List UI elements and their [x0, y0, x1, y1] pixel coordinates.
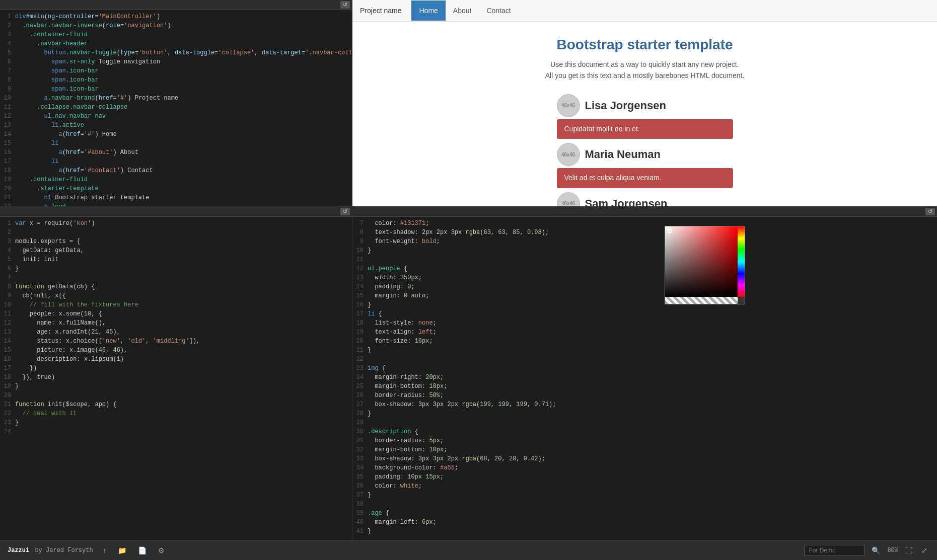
code-line: 23img { [352, 364, 937, 373]
code-line: 24 margin-right: 20px; [352, 373, 937, 382]
search-icon[interactable]: 🔍 [870, 545, 882, 555]
bottom-right-editor: ↺ 7 color: #131371; 8 text-shadow: 2px 2… [352, 206, 937, 540]
code-line: 6 span.sr-only Toggle navigation [0, 57, 352, 66]
code-content-top: 1div#main(ng-controller='MainController'… [0, 10, 352, 206]
code-line: 22 [352, 355, 937, 364]
code-line: 18 list-style: none; [352, 318, 937, 328]
code-line: 4 .navbar-header [0, 39, 352, 48]
search-input[interactable] [804, 545, 864, 556]
code-line: 41} [352, 527, 937, 536]
person-name: Lisa Jorgensen [585, 99, 666, 112]
code-line: 9 cb(null, x({ [0, 291, 352, 300]
code-line: 10 a.navbar-brand(href='#') Project name [0, 94, 352, 103]
code-line: 18 a(href='#contact') Contact [0, 166, 352, 175]
code-line: 12ul.people { [352, 264, 937, 273]
person-item-maria: 46x46 Maria Neuman Velit ad et culpa ali… [557, 143, 733, 188]
preview-navbar: Project name Home About Contact [352, 0, 937, 22]
person-description: Velit ad et culpa aliqua veniam. [557, 168, 733, 188]
code-line: 7 [0, 273, 352, 282]
code-line: 3 .container-fluid [0, 30, 352, 39]
code-line: 29 [352, 418, 937, 427]
code-line: 10} [352, 246, 937, 255]
code-line: 12 ul.nav.navbar-nav [0, 112, 352, 121]
nav-item-home[interactable]: Home [411, 1, 445, 21]
color-picker-hue[interactable] [738, 226, 745, 297]
code-line: 8function getData(cb) { [0, 282, 352, 291]
code-line: 20 .starter-template [0, 184, 352, 193]
fullscreen-icon[interactable]: ⤢ [919, 545, 929, 555]
expand-icon[interactable]: ⛶ [903, 545, 914, 555]
code-line: 9 span.icon-bar [0, 85, 352, 94]
code-line: 27 box-shadow: 3px 3px 2px rgba(199, 199… [352, 400, 937, 409]
people-list: 46x46 Lisa Jorgensen Cupidatat mollit do… [557, 94, 733, 206]
preview-content: Bootstrap starter template Use this docu… [352, 22, 937, 206]
file-icon[interactable]: 📄 [136, 545, 149, 555]
upload-icon[interactable]: ↑ [101, 545, 108, 555]
code-line: 20 font-size: 16px; [352, 337, 937, 346]
code-line: 25 margin-bottom: 10px; [352, 382, 937, 391]
code-line: 3module.exports = { [0, 237, 352, 246]
code-line: 17 }) [0, 364, 352, 373]
code-line: 21} [352, 346, 937, 355]
code-line: 26 border-radius: 50%; [352, 391, 937, 400]
preview-pane: Project name Home About Contact Bootstra… [352, 0, 937, 206]
code-line: 21function init($scope, app) { [0, 400, 352, 409]
nav-item-contact[interactable]: Contact [479, 1, 518, 21]
status-brand: Jazzui by Jared Forsyth [8, 547, 93, 554]
refresh-button-bottom[interactable]: ↺ [340, 208, 350, 215]
color-picker-gradient[interactable] [665, 226, 738, 297]
person-name: Maria Neuman [585, 148, 661, 161]
code-line: 14 status: x.choice(['new', 'old', 'midd… [0, 337, 352, 346]
code-line: 1div#main(ng-controller='MainController'… [0, 12, 352, 21]
code-line: 19 text-align: left; [352, 328, 937, 337]
nav-items: Home About Contact [411, 1, 518, 21]
code-line: 4 getData: getData, [0, 246, 352, 255]
code-line: 2 .navbar.navbar-inverse(role='navigatio… [0, 21, 352, 30]
nav-item-about[interactable]: About [446, 1, 479, 21]
code-line: 17 li [0, 157, 352, 166]
code-line: 8 text-shadow: 2px 2px 3px rgba(63, 63, … [352, 228, 937, 237]
code-line: 5 button.navbar-toggle(type='button', da… [0, 48, 352, 57]
code-line: 7 color: #131371; [352, 219, 937, 228]
bottom-left-editor: ↺ 1var x = require('kon') 2 3module.expo… [0, 206, 352, 540]
code-line: 13 li.active [0, 121, 352, 130]
color-picker-alpha[interactable] [665, 297, 738, 304]
code-line: 28} [352, 409, 937, 418]
code-line: 36 color: white; [352, 482, 937, 491]
refresh-button[interactable]: ↺ [340, 1, 350, 9]
bottom-section: ↺ 1var x = require('kon') 2 3module.expo… [0, 206, 937, 540]
code-line: 22 p.lead [0, 202, 352, 206]
color-picker-alpha-row [665, 297, 745, 304]
color-picker[interactable] [665, 226, 745, 304]
code-line: 15 margin: 0 auto; [352, 291, 937, 300]
status-left: Jazzui by Jared Forsyth ↑ 📁 📄 ⚙ [8, 545, 167, 555]
person-avatar: 46x46 [557, 94, 580, 117]
editor-toolbar-bottom-left: ↺ [0, 207, 352, 217]
person-item-lisa: 46x46 Lisa Jorgensen Cupidatat mollit do… [557, 94, 733, 139]
color-picker-main [665, 226, 745, 297]
refresh-button-bottom-right[interactable]: ↺ [925, 208, 935, 215]
code-line: 9 font-weight: bold; [352, 237, 937, 246]
status-right: 🔍 80% ⛶ ⤢ [804, 545, 929, 556]
code-line: 14 padding: 0; [352, 282, 937, 291]
code-line: 32 margin-bottom: 10px; [352, 445, 937, 454]
code-line: 24 [0, 427, 352, 436]
preview-title: Bootstrap starter template [363, 37, 927, 53]
code-content-bottom-left: 1var x = require('kon') 2 3module.export… [0, 217, 352, 438]
code-line: 11 people: x.some(10, { [0, 309, 352, 318]
person-name: Sam Jorgensen [585, 197, 668, 206]
status-bar: Jazzui by Jared Forsyth ↑ 📁 📄 ⚙ 🔍 80% ⛶ … [0, 540, 937, 560]
code-line: 23} [0, 418, 352, 427]
code-line: 21 h1 Bootstrap starter template [0, 193, 352, 202]
settings-icon[interactable]: ⚙ [156, 545, 167, 555]
person-avatar: 46x46 [557, 143, 580, 166]
code-line: 40 margin-left: 6px; [352, 518, 937, 527]
folder-icon[interactable]: 📁 [116, 545, 128, 555]
code-line: 19} [0, 382, 352, 391]
code-line: 34 background-color: #a55; [352, 463, 937, 472]
code-line: 2 [0, 228, 352, 237]
code-line: 39.age { [352, 509, 937, 518]
person-description: Cupidatat mollit do in et. [557, 119, 733, 139]
code-line: 13 age: x.randInt(21, 45), [0, 328, 352, 337]
code-line: 31 border-radius: 5px; [352, 436, 937, 445]
